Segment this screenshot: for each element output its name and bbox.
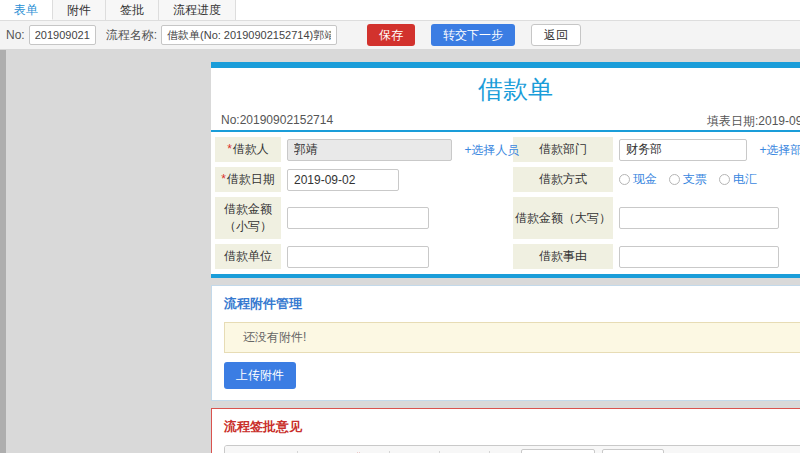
required-mark: * (221, 172, 226, 186)
borrower-label: 借款人 (233, 142, 269, 156)
radio-cash[interactable]: 现金 (619, 171, 657, 188)
forward-next-step-button[interactable]: 转交下一步 (431, 24, 515, 46)
process-name-input[interactable] (161, 25, 337, 45)
loan-date-label: 借款日期 (227, 172, 275, 186)
loan-unit-label: 借款单位 (215, 244, 281, 269)
italic-icon[interactable]: I (252, 449, 272, 453)
doc-number: No:20190902152714 (221, 113, 333, 127)
page-title: 借款单 (211, 68, 800, 109)
amount-big-input[interactable] (619, 207, 779, 229)
editor-toolbar: B I abc A (225, 446, 800, 453)
numbered-list-icon[interactable]: 12 (394, 449, 414, 453)
back-button[interactable]: 返回 (531, 24, 581, 46)
approval-heading: 流程签批意见 (224, 418, 800, 436)
tab-approval[interactable]: 签批 (106, 0, 159, 20)
radio-circle-icon[interactable] (619, 174, 630, 185)
blockquote-icon[interactable]: ” (494, 449, 514, 453)
attachment-panel: 流程附件管理 还没有附件! 上传附件 (211, 285, 800, 401)
loan-date-input[interactable] (287, 169, 399, 191)
loan-unit-input[interactable] (287, 246, 429, 268)
form-bottom-bar (211, 274, 800, 278)
loan-reason-input[interactable] (619, 246, 779, 268)
link-icon[interactable] (323, 449, 343, 453)
loan-method-label: 借款方式 (513, 167, 613, 192)
radio-circle-icon[interactable] (669, 174, 680, 185)
select-department-link[interactable]: +选择部门 (759, 143, 800, 157)
content-area: 借款单 No:20190902152714 填表日期:2019-09-02 15… (0, 50, 800, 453)
radio-cheque[interactable]: 支票 (669, 171, 707, 188)
loan-reason-label: 借款事由 (513, 244, 613, 269)
form-meta-row: No:20190902152714 填表日期:2019-09-02 15:27:… (211, 109, 800, 130)
attachment-heading: 流程附件管理 (224, 295, 800, 313)
tab-attachments[interactable]: 附件 (53, 0, 106, 20)
strikethrough-icon[interactable]: abc (273, 449, 293, 453)
unlink-icon[interactable] (344, 449, 364, 453)
amount-small-input[interactable] (287, 207, 429, 229)
radio-cash-label: 现金 (633, 171, 657, 188)
radio-circle-icon[interactable] (719, 174, 730, 185)
bold-icon[interactable]: B (231, 449, 251, 453)
styles-dropdown[interactable]: 样式 ▾ (521, 449, 595, 453)
no-input[interactable] (29, 25, 96, 45)
loan-method-radio-group: 现金 支票 电汇 (619, 171, 800, 188)
fill-date: 填表日期:2019-09-02 15:27:1 (707, 113, 800, 130)
no-attachment-notice: 还没有附件! (224, 322, 800, 353)
outdent-icon[interactable] (444, 449, 464, 453)
borrower-label-cell: *借款人 (215, 137, 281, 162)
upload-attachment-button[interactable]: 上传附件 (224, 362, 296, 389)
amount-big-label: 借款金额（大写） (513, 197, 613, 239)
loan-date-label-cell: *借款日期 (215, 167, 281, 192)
loan-form-table: *借款人 +选择人员 借款部门 +选择部门 *借款日期 (211, 132, 800, 274)
department-label: 借款部门 (513, 137, 613, 162)
radio-wire[interactable]: 电汇 (719, 171, 757, 188)
indent-icon[interactable] (465, 449, 485, 453)
process-name-label: 流程名称: (106, 27, 157, 44)
tab-process-progress[interactable]: 流程进度 (159, 0, 236, 20)
amount-small-label: 借款金额（小写） (215, 197, 281, 239)
top-tab-bar: 表单 附件 签批 流程进度 (0, 0, 800, 21)
department-input[interactable] (619, 139, 747, 161)
borrower-input[interactable] (287, 139, 452, 161)
radio-wire-label: 电汇 (733, 171, 757, 188)
rich-text-editor: B I abc A (224, 445, 800, 453)
table-row: 借款单位 借款事由 (215, 244, 800, 269)
format-dropdown[interactable]: 格式 ▾ (602, 449, 664, 453)
radio-cheque-label: 支票 (683, 171, 707, 188)
bulleted-list-icon[interactable] (415, 449, 435, 453)
loan-form-card: 借款单 No:20190902152714 填表日期:2019-09-02 15… (211, 62, 800, 278)
no-label: No: (6, 28, 25, 42)
left-edge-strip (0, 50, 6, 453)
action-toolbar: No: 流程名称: 保存 转交下一步 返回 (0, 21, 800, 50)
table-row: 借款金额（小写） 借款金额（大写） (215, 197, 800, 239)
tab-form[interactable]: 表单 (0, 0, 53, 20)
approval-panel: 流程签批意见 B I abc A (211, 408, 800, 453)
required-mark: * (227, 142, 232, 156)
anchor-flag-icon[interactable] (365, 449, 385, 453)
main-panel: 借款单 No:20190902152714 填表日期:2019-09-02 15… (211, 62, 800, 453)
select-person-link[interactable]: +选择人员 (464, 143, 519, 157)
remove-format-icon[interactable]: A (302, 449, 322, 453)
table-row: *借款人 +选择人员 借款部门 +选择部门 (215, 137, 800, 162)
table-row: *借款日期 借款方式 现金 (215, 167, 800, 192)
save-button[interactable]: 保存 (367, 24, 415, 46)
